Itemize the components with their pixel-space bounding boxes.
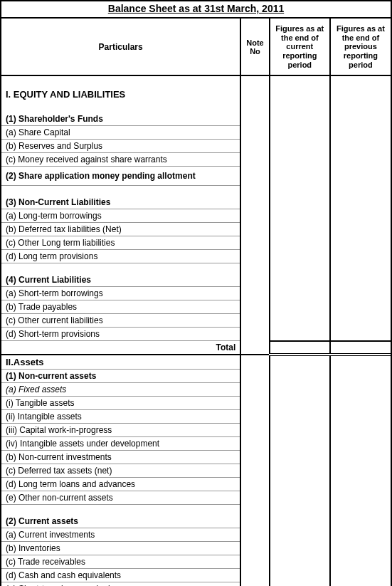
col-figures-current: Figures as at the end of current reporti…	[270, 19, 330, 75]
label: (e) Other non-current assets	[1, 491, 240, 505]
row-nci: (b) Non-current investments	[1, 451, 391, 464]
header-row: Particulars Note No Figures as at the en…	[1, 19, 391, 75]
label: (c) Other current liabilities	[1, 314, 240, 328]
balance-sheet: Balance Sheet as at 31st March, 2011 Par…	[0, 0, 392, 586]
total-label: Total	[1, 341, 240, 355]
row-intangible: (ii) Intangible assets	[1, 410, 391, 424]
row-other-cur-liab: (c) Other current liabilities	[1, 314, 391, 328]
label: (4) Current Liabilities	[1, 273, 240, 287]
label: II.Assets	[1, 355, 240, 370]
label: (1) Non-current assets	[1, 370, 240, 383]
row-share-capital: (a) Share Capital	[1, 126, 391, 140]
label: (i) Tangible assets	[1, 397, 240, 410]
label: (d) Long term provisions	[1, 250, 240, 263]
row-inventories: (b) Inventories	[1, 542, 391, 555]
col-particulars: Particulars	[1, 19, 240, 75]
row-other-nca: (e) Other non-current assets	[1, 491, 391, 505]
row-st-provisions: (d) Short-term provisions	[1, 328, 391, 341]
row-current-assets: (2) Current assets	[1, 515, 391, 528]
row-int-dev: (iv) Intangible assets under development	[1, 437, 391, 451]
label: (ii) Intangible assets	[1, 410, 240, 424]
row-other-lt-liab: (c) Other Long term liabilities	[1, 236, 391, 250]
label: (iv) Intangible assets under development	[1, 437, 240, 451]
row-dta: (c) Deferred tax assets (net)	[1, 464, 391, 478]
row-lt-loans: (d) Long term loans and advances	[1, 478, 391, 491]
label: (1) Shareholder's Funds	[1, 113, 240, 126]
row-share-app-pending: (2) Share application money pending allo…	[1, 167, 391, 186]
label: (d) Long term loans and advances	[1, 478, 240, 491]
label: (c) Other Long term liabilities	[1, 236, 240, 250]
section-assets: II.Assets	[1, 355, 391, 370]
label: I. EQUITY AND LIABILITIES	[1, 86, 240, 103]
label: (b) Deferred tax liabilities (Net)	[1, 223, 240, 236]
row-money-warrants: (c) Money received against share warrant…	[1, 153, 391, 167]
col-note-no: Note No	[240, 19, 269, 75]
row-cwip: (iii) Capital work-in-progress	[1, 424, 391, 437]
col-figures-previous: Figures as at the end of previous report…	[330, 19, 391, 75]
row-non-current-assets: (1) Non-current assets	[1, 370, 391, 383]
row-non-current-liabilities: (3) Non-Current Liabilities	[1, 196, 391, 209]
label: (2) Current assets	[1, 515, 240, 528]
row-tangible: (i) Tangible assets	[1, 397, 391, 410]
label: (a) Share Capital	[1, 126, 240, 140]
section-equity-liabilities: I. EQUITY AND LIABILITIES	[1, 86, 391, 103]
row-st-loans: (e) Short-term loans and advances	[1, 582, 391, 586]
balance-table: Particulars Note No Figures as at the en…	[1, 19, 391, 586]
row-shareholders-funds: (1) Shareholder's Funds	[1, 113, 391, 126]
label: (c) Money received against share warrant…	[1, 153, 240, 167]
row-lt-borrowings: (a) Long-term borrowings	[1, 209, 391, 223]
row-reserves-surplus: (b) Reserves and Surplus	[1, 140, 391, 153]
label: (3) Non-Current Liabilities	[1, 196, 240, 209]
label: (a) Current investments	[1, 528, 240, 542]
label: (2) Share application money pending allo…	[1, 167, 240, 186]
row-cur-inv: (a) Current investments	[1, 528, 391, 542]
row-cash: (d) Cash and cash equivalents	[1, 569, 391, 582]
label: (d) Cash and cash equivalents	[1, 569, 240, 582]
row-total-1: Total	[1, 341, 391, 355]
label: (b) Trade payables	[1, 300, 240, 314]
row-st-borrowings: (a) Short-term borrowings	[1, 287, 391, 300]
row-fixed-assets: (a) Fixed assets	[1, 383, 391, 397]
row-trade-rec: (c) Trade receivables	[1, 555, 391, 569]
row-current-liabilities: (4) Current Liabilities	[1, 273, 391, 287]
label: (c) Deferred tax assets (net)	[1, 464, 240, 478]
label: (a) Short-term borrowings	[1, 287, 240, 300]
row-lt-provisions: (d) Long term provisions	[1, 250, 391, 263]
label: (b) Non-current investments	[1, 451, 240, 464]
label: (d) Short-term provisions	[1, 328, 240, 341]
label: (b) Inventories	[1, 542, 240, 555]
sheet-title: Balance Sheet as at 31st March, 2011	[1, 1, 391, 19]
label: (iii) Capital work-in-progress	[1, 424, 240, 437]
row-trade-payables: (b) Trade payables	[1, 300, 391, 314]
label: (b) Reserves and Surplus	[1, 140, 240, 153]
label: (e) Short-term loans and advances	[1, 582, 240, 586]
label: (a) Long-term borrowings	[1, 209, 240, 223]
row-def-tax-liab: (b) Deferred tax liabilities (Net)	[1, 223, 391, 236]
label: (c) Trade receivables	[1, 555, 240, 569]
label: (a) Fixed assets	[1, 383, 240, 397]
